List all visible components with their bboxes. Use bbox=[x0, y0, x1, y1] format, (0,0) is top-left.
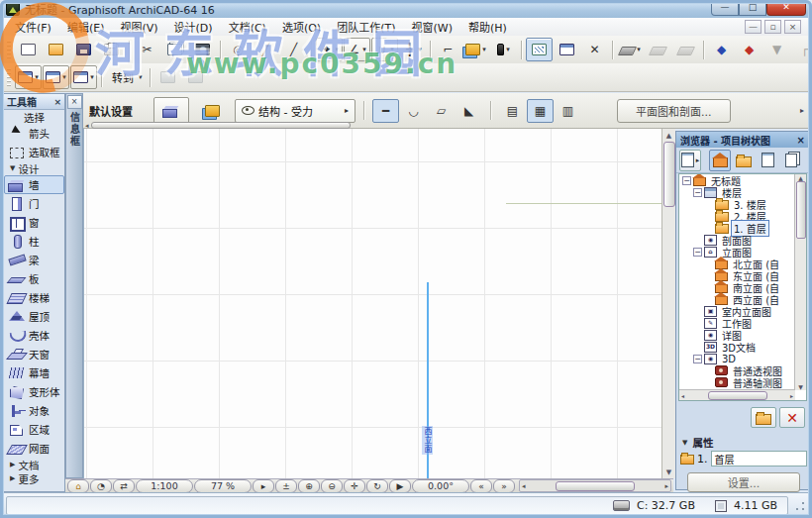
infobox-close-icon[interactable]: × bbox=[67, 95, 82, 109]
scrollbar-thumb[interactable] bbox=[91, 122, 351, 129]
tool-marquee[interactable]: 选取框 bbox=[4, 143, 64, 161]
cut-button[interactable]: ✂ bbox=[134, 38, 160, 61]
preview-pane-button[interactable]: ◔ bbox=[90, 479, 112, 493]
geometry-trapezoid-button[interactable]: ▱ bbox=[428, 99, 455, 123]
wall-default-settings-button[interactable] bbox=[153, 97, 189, 125]
menu-item-4[interactable]: 设计(D) bbox=[166, 18, 221, 36]
scrollbar-thumb[interactable] bbox=[556, 481, 635, 491]
view-map-button[interactable] bbox=[733, 150, 755, 171]
tool-door[interactable]: 门 bbox=[4, 194, 64, 213]
zoom-out-button[interactable]: ⊖ bbox=[321, 479, 343, 493]
drawing-canvas[interactable]: 西立面 bbox=[83, 129, 661, 478]
scrollbar-thumb[interactable] bbox=[663, 142, 675, 207]
copy-button[interactable] bbox=[161, 38, 188, 61]
tool-column[interactable]: 柱 bbox=[4, 232, 64, 251]
expand-options-button[interactable]: ▸ bbox=[253, 479, 274, 493]
scroll-left-icon[interactable]: ◂ bbox=[681, 392, 684, 399]
canvas-horizontal-scrollbar[interactable]: ◂ ▸ bbox=[519, 479, 671, 492]
tool-roof[interactable]: 屋顶 bbox=[4, 307, 64, 326]
layers-button[interactable]: ▾ bbox=[462, 38, 489, 61]
tool-curtain-wall[interactable]: 幕墙 bbox=[4, 363, 64, 382]
fill-reference-button[interactable]: ▾ bbox=[617, 38, 644, 61]
zoom-level-button[interactable]: 77 % bbox=[194, 479, 252, 493]
plumb-button[interactable]: ▾ bbox=[490, 38, 517, 61]
virtual-trace-button[interactable] bbox=[554, 38, 580, 61]
properties-section[interactable]: ▼ 属性 bbox=[682, 435, 713, 450]
menu-item-3[interactable]: 视图(V) bbox=[112, 18, 165, 36]
print-button[interactable] bbox=[98, 38, 125, 61]
publisher-button[interactable] bbox=[780, 150, 802, 171]
fit-in-window-button[interactable]: ⇄ bbox=[113, 479, 135, 493]
scrollbar-thumb[interactable] bbox=[708, 391, 767, 400]
tool-mesh[interactable]: 网面 bbox=[4, 439, 64, 458]
zoom-step-button[interactable]: ± bbox=[275, 479, 297, 493]
geometry-chained-button[interactable]: ◣ bbox=[456, 99, 482, 123]
resize-grip[interactable] bbox=[794, 500, 806, 512]
scroll-down-icon[interactable]: ▼ bbox=[666, 466, 671, 478]
close-button[interactable]: ✕ bbox=[766, 0, 806, 16]
pick-up-parameters-button[interactable]: ╱ bbox=[253, 38, 279, 61]
story-name-field[interactable]: 首层 bbox=[711, 451, 808, 466]
tool-shell[interactable]: 壳体 bbox=[4, 326, 64, 345]
project-map-button[interactable] bbox=[709, 150, 731, 171]
infobar-overflow-arrow-icon[interactable]: ▸ bbox=[800, 106, 804, 115]
tool-beam[interactable]: 梁 bbox=[4, 251, 64, 269]
geometry-curved-button[interactable]: ◡ bbox=[400, 99, 427, 123]
popup-navigator-button[interactable]: ▾ bbox=[70, 65, 97, 89]
elevation-marker-label[interactable]: 西立面 bbox=[422, 426, 433, 455]
scrollbar-thumb[interactable] bbox=[796, 181, 806, 239]
infobar-scrollbar[interactable]: ◂ bbox=[85, 122, 679, 129]
floor-plan-display-button[interactable] bbox=[194, 97, 230, 125]
menu-item-2[interactable]: 编辑(E) bbox=[59, 18, 113, 36]
toolbox-section-design[interactable]: ▼设计 bbox=[4, 161, 64, 175]
tree-expander-icon[interactable]: − bbox=[682, 176, 691, 185]
scroll-up-icon[interactable]: ▲ bbox=[798, 174, 803, 181]
rotation-button[interactable]: 0.00° bbox=[412, 479, 469, 493]
new-folder-button[interactable] bbox=[751, 407, 776, 428]
scale-button[interactable]: 1:100 bbox=[136, 479, 193, 493]
find-select-button[interactable]: ◎ bbox=[225, 38, 252, 61]
navigator-close-icon[interactable]: × bbox=[797, 135, 805, 146]
tool-window[interactable]: 窗 bbox=[4, 213, 64, 232]
layout-book-button[interactable] bbox=[757, 150, 778, 171]
mdi-close-button[interactable]: × bbox=[784, 20, 801, 34]
menu-item-7[interactable]: 团队工作(T) bbox=[329, 18, 403, 36]
previous-zoom-button[interactable]: « bbox=[470, 479, 492, 493]
menu-item-5[interactable]: 文档(C) bbox=[221, 18, 274, 36]
tree-expander-icon[interactable]: − bbox=[693, 248, 702, 257]
canvas-vertical-scrollbar[interactable]: ▲ ▼ bbox=[661, 129, 675, 478]
save-project-button[interactable] bbox=[70, 38, 97, 61]
new-document-button[interactable] bbox=[15, 38, 42, 61]
tool-object[interactable]: 对象 bbox=[4, 401, 64, 420]
next-zoom-button[interactable]: » bbox=[493, 479, 515, 493]
scroll-right-icon[interactable]: ▸ bbox=[664, 482, 668, 490]
toolbox-section-selection[interactable]: 选择 bbox=[4, 110, 64, 124]
orbit-button[interactable]: ↻ bbox=[366, 479, 388, 493]
menu-item-6[interactable]: 选项(O) bbox=[274, 18, 329, 36]
infobox-panel-tab[interactable]: × 信息框 bbox=[65, 93, 83, 478]
plan-and-section-button[interactable]: 平面图和剖面... bbox=[617, 99, 731, 123]
project-chooser-button[interactable]: ▸ bbox=[679, 150, 701, 171]
scroll-left-icon[interactable]: ◂ bbox=[522, 482, 526, 490]
toolbox-section-document[interactable]: ▶文档 bbox=[4, 458, 64, 471]
quick-options-button[interactable]: ⌂ bbox=[67, 479, 89, 493]
preview-window-button[interactable]: ▾ bbox=[43, 65, 69, 89]
scroll-down-icon[interactable]: ▼ bbox=[798, 383, 803, 390]
tool-arrow[interactable]: 箭头 bbox=[4, 124, 64, 143]
reference-line-center-button[interactable]: ▦ bbox=[527, 99, 554, 123]
tree-expander-icon[interactable]: − bbox=[693, 188, 702, 197]
tool-skylight[interactable]: 天窗 bbox=[4, 345, 64, 363]
tool-stair[interactable]: 楼梯 bbox=[4, 288, 64, 307]
arrow-options-button[interactable]: ✦▾ bbox=[316, 38, 343, 61]
go-to-button[interactable]: 转到▾ bbox=[106, 65, 146, 89]
maximize-button[interactable]: □ bbox=[739, 0, 766, 16]
toolbar-grip[interactable] bbox=[7, 68, 11, 86]
menu-item-1[interactable]: 文件(F) bbox=[7, 18, 59, 36]
toolbar-grip[interactable] bbox=[7, 41, 11, 58]
tool-wall[interactable]: 墙 bbox=[4, 175, 64, 194]
elevation-marker-line-horizontal[interactable] bbox=[506, 203, 661, 204]
toolbox-header[interactable]: 工具箱 × bbox=[4, 94, 64, 110]
snap-guides-button[interactable]: ∠▾ bbox=[344, 38, 370, 61]
cursor-gravity-button[interactable]: ∪▾ bbox=[371, 38, 398, 61]
anchor-red-button[interactable]: ◆ bbox=[736, 38, 762, 61]
